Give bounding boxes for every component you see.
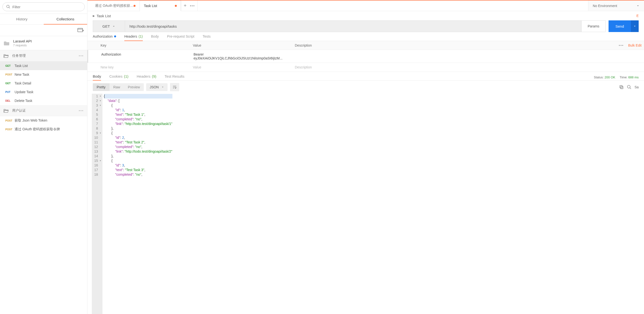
new-key-input[interactable]: New key [88, 63, 190, 72]
chevron-down-icon [633, 25, 636, 28]
svg-point-3 [627, 85, 630, 88]
tab-prerequest[interactable]: Pre-request Script [167, 34, 194, 41]
col-desc: Description [292, 41, 644, 50]
search-icon [6, 4, 10, 9]
verb-badge: POST [5, 73, 14, 76]
view-pretty[interactable]: Pretty [93, 83, 110, 91]
response-body[interactable]: 1▾2▾3▾456789▾101112131415▾161718 { "data… [88, 94, 644, 314]
verb-badge: GET [5, 64, 14, 67]
time-value: 688 ms [628, 75, 639, 79]
resp-tab-tests[interactable]: Test Results [165, 74, 184, 80]
request-item[interactable]: POST获取 Json Web Token [0, 116, 87, 125]
environment-select[interactable]: No Environment [588, 0, 644, 11]
collection-header[interactable]: Laravel API 7 requests [0, 36, 87, 50]
folder-row[interactable]: 任务管理••• [0, 50, 87, 61]
breadcrumb: Task List [97, 14, 111, 18]
resp-tab-body[interactable]: Body [93, 74, 101, 80]
sidebar: History Collections Laravel API 7 reques… [0, 0, 88, 314]
resp-tab-headers[interactable]: Headers(9) [137, 74, 156, 80]
tab-headers[interactable]: Headers(1) [124, 34, 143, 41]
request-item[interactable]: GETTask List [0, 61, 87, 70]
bulk-edit-link[interactable]: Bulk Edit [628, 43, 642, 47]
verb-badge: DEL [5, 99, 14, 102]
filter-wrap[interactable] [2, 2, 85, 11]
save-response-partial[interactable]: Sa [634, 85, 639, 89]
tab-body[interactable]: Body [151, 34, 159, 41]
resp-tab-cookies[interactable]: Cookies(1) [109, 74, 128, 80]
dirty-dot-icon [134, 5, 136, 7]
params-button[interactable]: Params [581, 20, 606, 32]
folder-open-icon [4, 108, 9, 113]
request-tab[interactable]: Task List [140, 0, 181, 11]
new-collection-icon[interactable] [78, 27, 84, 33]
dot-icon [114, 35, 116, 37]
request-item[interactable]: POSTNew Task [0, 70, 87, 79]
request-item[interactable]: PUTUpdate Task [0, 88, 87, 96]
view-raw[interactable]: Raw [110, 83, 124, 91]
verb-badge: PUT [5, 90, 14, 93]
folder-options[interactable]: ••• [79, 54, 84, 58]
tabbar: 通过 OAuth 密码授权获…Task List + ••• No Enviro… [88, 0, 644, 11]
breadcrumb-caret-icon[interactable]: ▶ [93, 14, 95, 17]
send-button[interactable]: Send [608, 20, 631, 32]
folder-icon [4, 41, 10, 46]
folder-open-icon [4, 54, 9, 58]
svg-rect-0 [78, 28, 82, 32]
wrap-button[interactable] [170, 83, 179, 91]
method-select[interactable]: GET [93, 20, 125, 32]
svg-rect-1 [621, 86, 623, 89]
copy-icon[interactable] [619, 85, 624, 89]
tab-collections[interactable]: Collections [44, 14, 88, 24]
url-input[interactable] [125, 20, 581, 32]
verb-badge: GET [5, 82, 14, 85]
new-value-input[interactable]: Value [190, 63, 292, 72]
tab-authorization[interactable]: Authorization [93, 34, 116, 41]
new-tab-button[interactable]: + [184, 3, 186, 8]
request-item[interactable]: DELDelete Task [0, 96, 87, 105]
verb-badge: POST [5, 128, 14, 131]
tab-options[interactable]: ••• [190, 4, 195, 8]
dirty-dot-icon [175, 5, 177, 7]
headers-table: ••• Bulk Edit Key Value Description Auth… [88, 41, 644, 72]
header-row[interactable]: AuthorizationBearer eyJ0eXAiOiJKV1QiLCJh… [88, 50, 644, 63]
chevron-down-icon [636, 4, 640, 7]
filter-input[interactable] [12, 5, 81, 9]
collection-name: Laravel API [13, 39, 32, 43]
collection-meta: 7 requests [13, 44, 32, 47]
format-select[interactable]: JSON [146, 83, 167, 91]
request-item[interactable]: GETTask Detail [0, 79, 87, 88]
col-key: Key [88, 41, 190, 50]
col-value: Value [190, 41, 292, 50]
chevron-down-icon [112, 25, 115, 28]
tab-history[interactable]: History [0, 14, 44, 24]
request-tab[interactable]: 通过 OAuth 密码授权获… [91, 0, 140, 11]
main: 通过 OAuth 密码授权获…Task List + ••• No Enviro… [88, 0, 644, 314]
svg-rect-2 [620, 85, 622, 88]
request-item[interactable]: POST通过 OAuth 密码授权获取令牌 [0, 125, 87, 134]
examples-link[interactable]: E [636, 14, 639, 18]
tab-tests[interactable]: Tests [203, 34, 211, 41]
headers-options[interactable]: ••• [619, 43, 624, 47]
wrap-icon [172, 85, 177, 89]
verb-badge: POST [5, 119, 14, 122]
status-badge: 200 OK [605, 75, 615, 79]
new-desc-input[interactable]: Description [292, 63, 644, 72]
folder-row[interactable]: 用户认证••• [0, 105, 87, 116]
send-dropdown[interactable] [631, 20, 639, 32]
folder-options[interactable]: ••• [79, 109, 84, 113]
view-preview[interactable]: Preview [124, 83, 144, 91]
chevron-down-icon [161, 86, 164, 89]
search-icon[interactable] [627, 85, 632, 89]
